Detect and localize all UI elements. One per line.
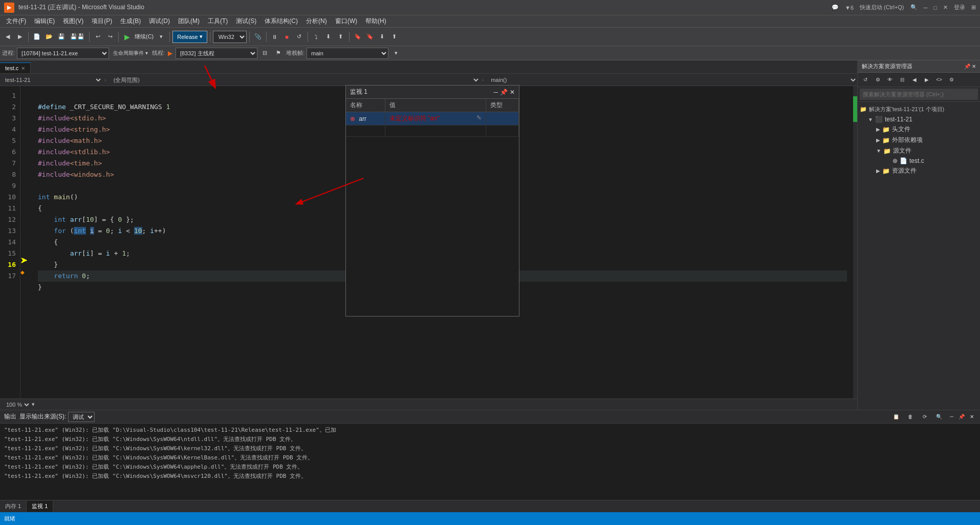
menu-debug[interactable]: 调试(D)	[145, 16, 174, 27]
toolbar-stepout-btn[interactable]: ⬆	[335, 30, 346, 44]
login-label[interactable]: 登录	[954, 4, 965, 11]
menu-help[interactable]: 帮助(H)	[361, 16, 390, 27]
maximize-button[interactable]: □	[933, 5, 937, 11]
menu-project[interactable]: 项目(P)	[88, 16, 116, 27]
menu-file[interactable]: 文件(F)	[2, 16, 30, 27]
watch-close-btn[interactable]: ✕	[510, 89, 515, 96]
zoom-selector[interactable]: 100 %	[4, 400, 31, 409]
thread-flag-btn[interactable]: ⚑	[273, 47, 284, 60]
tree-item-test-c[interactable]: ⊕ 📄 test.c	[858, 156, 980, 165]
output-clear-btn[interactable]: 🗑	[905, 410, 916, 424]
menu-view[interactable]: 视图(V)	[59, 16, 88, 27]
zoom-dropdown[interactable]: ▾	[32, 401, 35, 408]
output-line-1: "test-11-21.exe" (Win32): 已加载 "D:\Visual…	[4, 426, 976, 435]
output-tab-watch[interactable]: 监视 1	[27, 501, 53, 512]
toolbar-stop-btn[interactable]: ■	[281, 30, 293, 44]
toolbar-bookmark2-btn[interactable]: 🔖	[364, 30, 376, 44]
output-content[interactable]: "test-11-21.exe" (Win32): 已加载 "D:\Visual…	[0, 424, 980, 500]
sol-show-all-btn[interactable]: 👁	[884, 73, 896, 87]
toolbar-redo-btn[interactable]: ↪	[104, 30, 116, 44]
watch-empty-name[interactable]	[346, 125, 385, 137]
menu-window[interactable]: 窗口(W)	[331, 16, 361, 27]
toolbar-restart-btn[interactable]: ↺	[294, 30, 305, 44]
output-source-dropdown[interactable]: 调试	[68, 412, 95, 422]
signal-indicator: ▼6	[845, 5, 854, 11]
release-dropdown-button[interactable]: Release ▾	[172, 31, 207, 43]
stack-more-btn[interactable]: ▾	[390, 47, 402, 60]
toolbar-open-btn[interactable]: 📂	[43, 30, 55, 44]
toolbar-bookmark-btn[interactable]: 🔖	[352, 30, 363, 44]
output-close-btn[interactable]: ✕	[968, 413, 976, 421]
toolbar-pause-btn[interactable]: ⏸	[269, 30, 280, 44]
scope-selector[interactable]: (全局范围)	[108, 74, 480, 86]
menu-edit[interactable]: 编辑(E)	[30, 16, 59, 27]
toolbar-new-btn[interactable]: 📄	[31, 30, 42, 44]
thread-dropdown[interactable]: [8332] 主线程	[176, 48, 257, 59]
watch-row-empty[interactable]	[346, 125, 519, 137]
platform-dropdown[interactable]: Win32	[213, 31, 247, 43]
output-pin-btn[interactable]: 📌	[956, 413, 967, 421]
sol-sync-btn[interactable]: ↺	[860, 73, 871, 87]
menu-tools[interactable]: 工具(T)	[204, 16, 232, 27]
output-minimize-btn[interactable]: ─	[948, 413, 955, 421]
toolbar-bookmark4-btn[interactable]: ⬆	[389, 30, 400, 44]
close-button[interactable]: ✕	[943, 4, 948, 11]
editor-tab-test-c[interactable]: test.c ✕	[0, 62, 31, 73]
lifecycle-btn[interactable]: 生命周期事件 ▾	[111, 47, 150, 60]
code-line-2: #include<stdio.h>	[38, 114, 106, 122]
toolbar-bookmark3-btn[interactable]: ⬇	[377, 30, 388, 44]
output-wrap-btn[interactable]: ⟳	[919, 410, 930, 424]
toolbar-continue-dropdown[interactable]: ▾	[156, 30, 167, 44]
menu-team[interactable]: 团队(M)	[174, 16, 204, 27]
panel-close-btn[interactable]: ✕	[972, 64, 976, 69]
stack-dropdown[interactable]: main	[307, 48, 388, 59]
green-indicator	[853, 96, 857, 122]
tree-item-project[interactable]: ▼ ⬛ test-11-21	[858, 115, 980, 124]
output-find-btn[interactable]: 🔍	[933, 410, 945, 424]
expand-button[interactable]: ⊞	[971, 4, 976, 11]
menu-build[interactable]: 生成(B)	[116, 16, 145, 27]
watch-pin-btn[interactable]: 📌	[500, 89, 508, 96]
tree-item-resources[interactable]: ▶ 📁 资源文件	[858, 165, 980, 176]
search-icon[interactable]: 🔍	[910, 4, 918, 11]
solution-search-input[interactable]	[860, 89, 978, 100]
gutter-l10	[20, 187, 32, 199]
line-num-17: 17	[4, 270, 16, 282]
output-tab-memory[interactable]: 内存 1	[0, 501, 27, 512]
toolbar-save-btn[interactable]: 💾	[56, 30, 67, 44]
minimize-button[interactable]: ─	[924, 5, 928, 11]
tree-item-ext-deps[interactable]: ▶ 📁 外部依赖项	[858, 135, 980, 145]
toolbar-undo-btn[interactable]: ↩	[92, 30, 103, 44]
toolbar-stepinto-btn[interactable]: ⬇	[323, 30, 334, 44]
toolbar-attach-btn[interactable]: 📎	[252, 30, 264, 44]
file-selector[interactable]: test-11-21	[0, 74, 102, 86]
sol-code-btn[interactable]: <>	[933, 73, 945, 87]
sol-props-btn[interactable]: ⚙	[872, 73, 883, 87]
menu-analyze[interactable]: 分析(N)	[302, 16, 331, 27]
output-copy-btn[interactable]: 📋	[890, 410, 902, 424]
sol-settings-btn[interactable]: ⚙	[946, 73, 957, 87]
sol-forward-btn[interactable]: ▶	[921, 73, 932, 87]
process-dropdown[interactable]: [10784] test-11-21.exe	[17, 48, 109, 59]
watch-row-arr: ⊗ arr 未定义标识符 "arr" ✎	[346, 112, 519, 125]
menu-test[interactable]: 测试(S)	[232, 16, 260, 27]
function-selector[interactable]: main()	[486, 74, 857, 86]
toolbar-forward-btn[interactable]: ▶	[14, 30, 26, 44]
toolbar-stepover-btn[interactable]: ⤵	[311, 30, 322, 44]
thread-filter-btn[interactable]: ⊟	[259, 47, 271, 60]
tree-item-sources[interactable]: ▼ 📁 源文件	[858, 145, 980, 156]
quick-launch[interactable]: 快速启动 (Ctrl+Q)	[860, 4, 904, 11]
toolbar-back-btn[interactable]: ◀	[2, 30, 13, 44]
tree-item-headers[interactable]: ▶ 📁 头文件	[858, 124, 980, 135]
panel-pin-btn[interactable]: 📌	[964, 64, 970, 69]
toolbar-saveall-btn[interactable]: 💾💾	[68, 30, 86, 44]
toolbar-continue-btn[interactable]: ▶	[121, 30, 133, 44]
watch-edit-icon[interactable]: ✎	[476, 114, 482, 121]
notification-icon[interactable]: 💬	[832, 4, 839, 11]
menu-arch[interactable]: 体系结构(C)	[260, 16, 302, 27]
sol-filter-btn[interactable]: ⊟	[897, 73, 908, 87]
tab-close-btn[interactable]: ✕	[21, 66, 25, 71]
sources-folder-icon: 📁	[883, 148, 891, 155]
watch-minimize-btn[interactable]: ─	[493, 89, 498, 96]
sol-back-btn[interactable]: ◀	[909, 73, 920, 87]
